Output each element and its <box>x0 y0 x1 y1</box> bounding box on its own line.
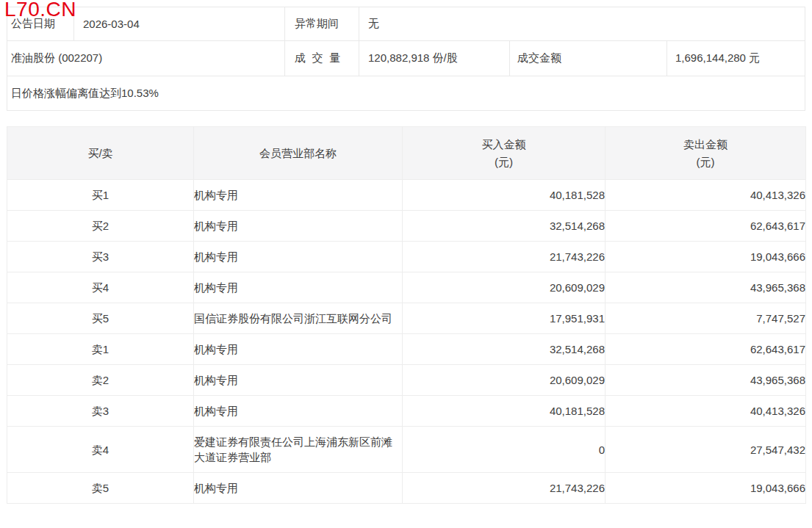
buy-amount-title: 买入金额 <box>403 136 605 153</box>
volume-label: 成交量 <box>285 41 359 76</box>
table-row: 买4 机构专用 20,609,029 43,965,368 <box>7 272 806 303</box>
sell-amount-cell: 19,043,666 <box>606 473 806 504</box>
side-cell: 买2 <box>7 211 194 242</box>
branch-cell: 机构专用 <box>194 473 403 504</box>
branch-cell: 机构专用 <box>194 334 403 365</box>
sell-amount-cell: 40,413,326 <box>606 396 806 427</box>
side-cell: 卖1 <box>7 334 194 365</box>
info-row-dates: 公告日期 2026-03-04 异常期间 无 <box>7 7 805 41</box>
branch-cell: 爱建证券有限责任公司上海浦东新区前滩大道证券营业部 <box>194 427 403 473</box>
volume-label-text: 成交量 <box>295 51 340 65</box>
table-row: 卖4 爱建证券有限责任公司上海浦东新区前滩大道证券营业部 0 27,547,43… <box>7 427 806 473</box>
branch-cell: 机构专用 <box>194 180 403 211</box>
side-cell: 买4 <box>7 272 194 303</box>
sell-amount-cell: 43,965,368 <box>606 365 806 396</box>
announce-date-value: 2026-03-04 <box>74 7 285 40</box>
branch-cell: 机构专用 <box>194 272 403 303</box>
info-row-volume: 准油股份 (002207) 成交量 120,882,918 份/股 成交金额 1… <box>7 41 805 76</box>
buy-amount-cell: 20,609,029 <box>403 365 606 396</box>
turnover-value: 1,696,144,280 元 <box>667 41 805 76</box>
buy-amount-cell: 0 <box>403 427 606 473</box>
sell-amount-title: 卖出金额 <box>606 136 805 153</box>
watermark-label: L70.CN <box>4 0 76 21</box>
table-row: 买3 机构专用 21,743,226 19,043,666 <box>7 242 806 272</box>
sell-amount-cell: 27,547,432 <box>606 427 806 473</box>
buy-amount-cell: 21,743,226 <box>403 473 606 504</box>
stock-info-panel: 公告日期 2026-03-04 异常期间 无 准油股份 (002207) 成交量… <box>7 7 805 111</box>
side-cell: 卖5 <box>7 473 194 504</box>
table-header: 买/卖 会员营业部名称 买入金额 (元) 卖出金额 (元) <box>7 127 806 180</box>
branch-cell: 国信证券股份有限公司浙江互联网分公司 <box>194 303 403 334</box>
abnormal-period-value: 无 <box>359 7 805 40</box>
sell-amount-cell: 19,043,666 <box>606 242 806 272</box>
buy-amount-cell: 21,743,226 <box>403 242 606 272</box>
col-header-sell-amount: 卖出金额 (元) <box>606 127 806 180</box>
table-row: 买5 国信证券股份有限公司浙江互联网分公司 17,951,931 7,747,5… <box>7 303 806 334</box>
table-row: 卖1 机构专用 32,514,268 62,643,617 <box>7 334 806 365</box>
table-row: 买2 机构专用 32,514,268 62,643,617 <box>7 211 806 242</box>
side-cell: 卖3 <box>7 396 194 427</box>
sell-amount-unit: (元) <box>606 153 805 171</box>
buy-amount-cell: 32,514,268 <box>403 334 606 365</box>
table-row: 买1 机构专用 40,181,528 40,413,326 <box>7 180 806 211</box>
sell-amount-cell: 7,747,527 <box>606 303 806 334</box>
table-header-row: 买/卖 会员营业部名称 买入金额 (元) 卖出金额 (元) <box>7 127 806 180</box>
sell-amount-cell: 62,643,617 <box>606 334 806 365</box>
table-row: 卖2 机构专用 20,609,029 43,965,368 <box>7 365 806 396</box>
side-cell: 卖2 <box>7 365 194 396</box>
side-cell: 卖4 <box>7 427 194 473</box>
sell-amount-cell: 62,643,617 <box>606 211 806 242</box>
volume-value: 120,882,918 份/股 <box>359 41 510 76</box>
side-cell: 买1 <box>7 180 194 211</box>
col-header-branch: 会员营业部名称 <box>194 127 403 180</box>
buy-amount-cell: 40,181,528 <box>403 396 606 427</box>
table-row: 卖5 机构专用 21,743,226 19,043,666 <box>7 473 806 504</box>
info-row-reason: 日价格涨幅偏离值达到10.53% <box>7 76 805 110</box>
side-cell: 买3 <box>7 242 194 272</box>
branch-cell: 机构专用 <box>194 211 403 242</box>
branch-cell: 机构专用 <box>194 242 403 272</box>
col-header-buy-amount: 买入金额 (元) <box>403 127 606 180</box>
table-body: 买1 机构专用 40,181,528 40,413,326 买2 机构专用 32… <box>7 180 806 504</box>
deviation-reason-text: 日价格涨幅偏离值达到10.53% <box>7 76 805 110</box>
buy-amount-cell: 20,609,029 <box>403 272 606 303</box>
broker-seats-table: 买/卖 会员营业部名称 买入金额 (元) 卖出金额 (元) 买1 机构专用 40… <box>7 126 806 504</box>
sell-amount-cell: 43,965,368 <box>606 272 806 303</box>
abnormal-period-label: 异常期间 <box>285 7 359 40</box>
branch-cell: 机构专用 <box>194 365 403 396</box>
sell-amount-cell: 40,413,326 <box>606 180 806 211</box>
buy-amount-cell: 32,514,268 <box>403 211 606 242</box>
table-row: 卖3 机构专用 40,181,528 40,413,326 <box>7 396 806 427</box>
buy-amount-cell: 17,951,931 <box>403 303 606 334</box>
branch-cell: 机构专用 <box>194 396 403 427</box>
side-cell: 买5 <box>7 303 194 334</box>
turnover-label: 成交金额 <box>510 41 667 76</box>
col-header-buysell: 买/卖 <box>7 127 194 180</box>
buy-amount-unit: (元) <box>403 153 605 171</box>
stock-name: 准油股份 (002207) <box>7 41 285 76</box>
buy-amount-cell: 40,181,528 <box>403 180 606 211</box>
